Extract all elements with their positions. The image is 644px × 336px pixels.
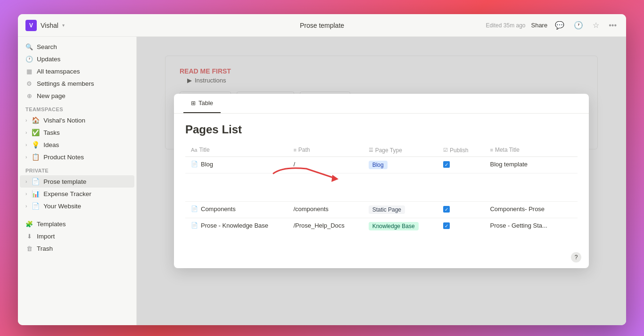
th-title: Aa Title <box>185 144 288 156</box>
publish-checkbox-kb[interactable]: ✓ <box>443 222 450 229</box>
sidebar-item-your-website[interactable]: › 📄 Your Website <box>20 200 134 212</box>
pages-list-title: Pages List <box>185 123 578 136</box>
expand-arrow-icon: › <box>25 142 27 148</box>
sidebar-item-trash[interactable]: 🗑 Trash <box>20 242 134 254</box>
new-page-icon: ⊕ <box>25 92 33 99</box>
sidebar-item-tasks-label: Tasks <box>43 129 60 136</box>
workspace-name: Vishal <box>41 22 58 29</box>
table-container: Aa Title ≡ Path <box>185 144 578 234</box>
sidebar-item-vishals-notion-label: Vishal's Notion <box>43 117 85 124</box>
table-row[interactable]: 📄 Components /components Static Page <box>185 201 578 218</box>
cell-type-components: Static Page <box>363 201 438 218</box>
tab-table-label: Table <box>198 99 213 107</box>
cell-publish-kb[interactable]: ✓ <box>438 218 484 234</box>
sidebar-item-search[interactable]: 🔍 Search <box>20 41 134 53</box>
table-row[interactable]: 📄 Prose - Knowledge Base /Prose_Help_Doc… <box>185 218 578 234</box>
tasks-emoji: ✅ <box>32 129 40 136</box>
modal-body: Pages List Aa Title <box>174 114 589 268</box>
sidebar-item-all-teamspaces[interactable]: ▦ All teamspaces <box>20 65 134 77</box>
vishals-notion-emoji: 🏠 <box>32 116 40 124</box>
publish-col-icon: ☑ <box>443 147 448 153</box>
publish-checkbox-components[interactable]: ✓ <box>443 206 450 213</box>
sidebar-item-new-page-label: New page <box>37 92 66 99</box>
sidebar-item-ideas-label: Ideas <box>43 141 59 148</box>
pages-table: Aa Title ≡ Path <box>185 144 578 234</box>
table-row[interactable]: 📄 Blog / Blog <box>185 156 578 173</box>
sidebar-item-prose-template[interactable]: › 📄 Prose template <box>20 175 134 188</box>
comment-icon[interactable]: 💬 <box>553 19 566 32</box>
expand-arrow-icon: › <box>25 191 27 197</box>
prose-template-emoji: 📄 <box>32 178 40 185</box>
row-title-kb: Prose - Knowledge Base <box>201 222 268 229</box>
type-badge-blog: Blog <box>369 161 388 169</box>
help-button[interactable]: ? <box>571 252 581 262</box>
title-bar-left: V Vishal ▾ <box>25 20 139 31</box>
cell-title-kb: 📄 Prose - Knowledge Base <box>185 218 288 234</box>
title-bar-right: Edited 35m ago Share 💬 🕐 ☆ ••• <box>486 19 619 32</box>
cell-path-kb: /Prose_Help_Docs <box>288 218 363 234</box>
sidebar-item-trash-label: Trash <box>37 245 53 252</box>
star-icon[interactable]: ☆ <box>591 19 601 32</box>
ideas-emoji: 💡 <box>32 141 40 148</box>
cell-title-blog: 📄 Blog <box>185 156 288 173</box>
sidebar-item-import[interactable]: ⬇ Import <box>20 230 134 242</box>
sidebar-item-updates[interactable]: 🕐 Updates <box>20 53 134 65</box>
product-notes-emoji: 📋 <box>32 153 40 161</box>
page-title: Prose template <box>300 22 344 29</box>
sidebar-item-vishals-notion[interactable]: › 🏠 Vishal's Notion <box>20 114 134 126</box>
th-path: ≡ Path <box>288 144 363 156</box>
share-button[interactable]: Share <box>531 22 547 29</box>
main-layout: 🔍 Search 🕐 Updates ▦ All teamspaces ⚙ Se… <box>18 37 626 325</box>
cell-meta-components: Components- Prose <box>484 201 578 218</box>
cell-meta-kb: Prose - Getting Sta... <box>484 218 578 234</box>
row-page-icon: 📄 <box>191 205 198 212</box>
templates-icon: 🧩 <box>25 220 33 228</box>
settings-icon: ⚙ <box>25 80 33 87</box>
type-badge-components: Static Page <box>369 205 405 214</box>
sidebar-item-search-label: Search <box>37 43 57 50</box>
title-bar: V Vishal ▾ Prose template Edited 35m ago… <box>18 14 626 37</box>
workspace-chevron-icon: ▾ <box>62 23 65 28</box>
table-header-row: Aa Title ≡ Path <box>185 144 578 156</box>
clock-icon[interactable]: 🕐 <box>572 19 585 32</box>
sidebar-item-product-notes[interactable]: › 📋 Product Notes <box>20 151 134 163</box>
sidebar-item-expense-tracker[interactable]: › 📊 Expense Tracker <box>20 188 134 200</box>
th-meta-title: ≡ Meta Title <box>484 144 578 156</box>
expand-arrow-icon: › <box>25 179 27 184</box>
row-title-blog: Blog <box>201 161 213 168</box>
sidebar-item-expense-tracker-label: Expense Tracker <box>43 190 91 197</box>
teamspaces-section-label: Teamspaces <box>18 102 136 114</box>
private-section-label: Private <box>18 163 136 175</box>
sidebar-item-import-label: Import <box>37 233 55 240</box>
sidebar-item-new-page[interactable]: ⊕ New page <box>20 90 134 102</box>
type-col-icon: ☰ <box>369 147 373 153</box>
teamspaces-icon: ▦ <box>25 67 33 75</box>
sidebar-item-settings-label: Settings & members <box>37 80 94 87</box>
sidebar-item-your-website-label: Your Website <box>43 203 81 210</box>
table-row-spacer <box>185 173 578 201</box>
publish-checkbox-blog[interactable]: ✓ <box>443 161 450 168</box>
meta-col-icon: ≡ <box>490 147 493 153</box>
expense-tracker-emoji: 📊 <box>32 190 40 197</box>
more-icon[interactable]: ••• <box>607 19 619 32</box>
expand-arrow-icon: › <box>25 130 27 135</box>
cell-type-kb: Knowledge Base <box>363 218 438 234</box>
path-col-icon: ≡ <box>293 147 296 153</box>
sidebar-item-product-notes-label: Product Notes <box>43 154 84 161</box>
sidebar-item-prose-template-label: Prose template <box>43 178 86 185</box>
row-page-icon: 📄 <box>191 222 198 229</box>
sidebar-item-settings[interactable]: ⚙ Settings & members <box>20 77 134 90</box>
cell-publish-blog[interactable]: ✓ <box>438 156 484 173</box>
sidebar-item-tasks[interactable]: › ✅ Tasks <box>20 126 134 139</box>
workspace-icon: V <box>25 20 37 31</box>
cell-title-components: 📄 Components <box>185 201 288 218</box>
content-area: READ ME FIRST ▶ Instructions Add new pos… <box>137 37 626 325</box>
import-icon: ⬇ <box>25 232 33 240</box>
cell-publish-components[interactable]: ✓ <box>438 201 484 218</box>
th-publish: ☑ Publish <box>438 144 484 156</box>
sidebar-item-ideas[interactable]: › 💡 Ideas <box>20 139 134 151</box>
tab-table[interactable]: ⊞ Table <box>183 94 221 113</box>
table-icon: ⊞ <box>191 100 196 107</box>
sidebar-item-templates[interactable]: 🧩 Templates <box>20 218 134 230</box>
row-page-icon: 📄 <box>191 161 198 167</box>
